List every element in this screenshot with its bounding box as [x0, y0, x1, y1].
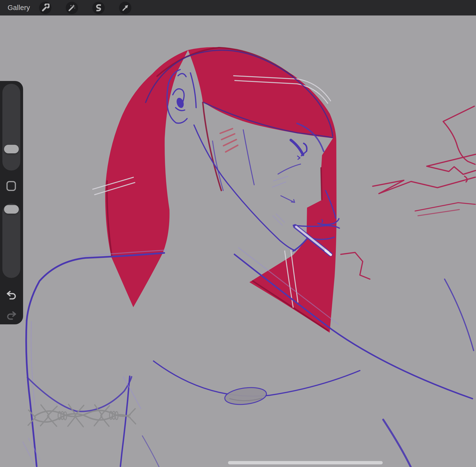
modify-button[interactable]: [6, 181, 16, 191]
nipple: [224, 386, 267, 407]
selection-button[interactable]: [92, 2, 105, 14]
ear: [167, 70, 196, 123]
top-toolbar: Gallery: [0, 0, 476, 15]
home-indicator[interactable]: [228, 461, 383, 464]
redo-button[interactable]: [5, 309, 18, 322]
canvas-artwork[interactable]: [0, 0, 476, 467]
barbed-wire-tattoo: [28, 404, 136, 427]
red-scribbles: [341, 106, 476, 279]
freehand-s-icon: [94, 4, 103, 12]
move-arrow-icon: [121, 4, 129, 12]
brush-opacity-handle[interactable]: [4, 205, 19, 214]
wrench-icon: [41, 4, 50, 12]
gallery-button[interactable]: Gallery: [8, 4, 30, 12]
brush-size-slider[interactable]: [2, 84, 20, 170]
procreate-app: Gallery: [0, 0, 476, 467]
brush-size-handle[interactable]: [4, 145, 19, 153]
magic-wand-icon: [68, 4, 76, 12]
actions-button[interactable]: [39, 2, 51, 14]
undo-button[interactable]: [5, 289, 18, 301]
brush-sidebar: [0, 81, 23, 324]
blush-hatches: [220, 129, 238, 152]
hair-shape: [92, 47, 337, 333]
brush-opacity-slider[interactable]: [2, 204, 20, 278]
torso-lines: [23, 248, 474, 467]
undo-icon: [7, 291, 15, 299]
adjustments-button[interactable]: [66, 2, 78, 14]
redo-icon: [8, 312, 16, 319]
transform-button[interactable]: [119, 2, 131, 14]
